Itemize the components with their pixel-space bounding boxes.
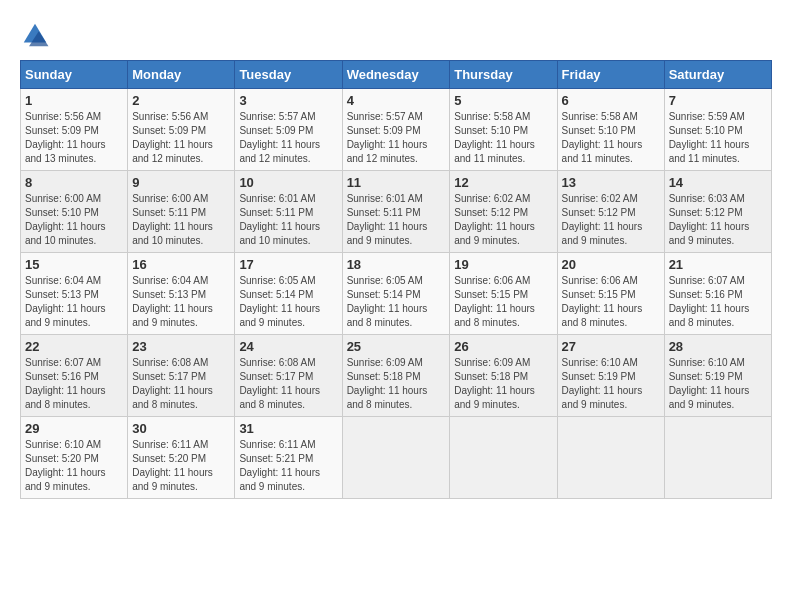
day-number: 18: [347, 257, 446, 272]
day-number: 16: [132, 257, 230, 272]
calendar-cell: 2 Sunrise: 5:56 AMSunset: 5:09 PMDayligh…: [128, 89, 235, 171]
col-header-tuesday: Tuesday: [235, 61, 342, 89]
calendar-cell: 17 Sunrise: 6:05 AMSunset: 5:14 PMDaylig…: [235, 253, 342, 335]
day-number: 31: [239, 421, 337, 436]
day-detail: Sunrise: 6:10 AMSunset: 5:20 PMDaylight:…: [25, 439, 106, 492]
calendar-cell: 24 Sunrise: 6:08 AMSunset: 5:17 PMDaylig…: [235, 335, 342, 417]
day-detail: Sunrise: 6:04 AMSunset: 5:13 PMDaylight:…: [132, 275, 213, 328]
day-number: 4: [347, 93, 446, 108]
day-detail: Sunrise: 6:02 AMSunset: 5:12 PMDaylight:…: [562, 193, 643, 246]
col-header-wednesday: Wednesday: [342, 61, 450, 89]
calendar-week-1: 1 Sunrise: 5:56 AMSunset: 5:09 PMDayligh…: [21, 89, 772, 171]
calendar-cell: 18 Sunrise: 6:05 AMSunset: 5:14 PMDaylig…: [342, 253, 450, 335]
day-number: 23: [132, 339, 230, 354]
calendar-cell: [450, 417, 557, 499]
day-detail: Sunrise: 6:03 AMSunset: 5:12 PMDaylight:…: [669, 193, 750, 246]
calendar-week-5: 29 Sunrise: 6:10 AMSunset: 5:20 PMDaylig…: [21, 417, 772, 499]
calendar-cell: 7 Sunrise: 5:59 AMSunset: 5:10 PMDayligh…: [664, 89, 771, 171]
day-number: 5: [454, 93, 552, 108]
col-header-friday: Friday: [557, 61, 664, 89]
calendar-header-row: SundayMondayTuesdayWednesdayThursdayFrid…: [21, 61, 772, 89]
calendar-cell: 12 Sunrise: 6:02 AMSunset: 5:12 PMDaylig…: [450, 171, 557, 253]
day-number: 20: [562, 257, 660, 272]
calendar-cell: 16 Sunrise: 6:04 AMSunset: 5:13 PMDaylig…: [128, 253, 235, 335]
day-number: 3: [239, 93, 337, 108]
calendar-cell: 1 Sunrise: 5:56 AMSunset: 5:09 PMDayligh…: [21, 89, 128, 171]
calendar-cell: 15 Sunrise: 6:04 AMSunset: 5:13 PMDaylig…: [21, 253, 128, 335]
calendar-cell: 26 Sunrise: 6:09 AMSunset: 5:18 PMDaylig…: [450, 335, 557, 417]
calendar-cell: [342, 417, 450, 499]
day-number: 30: [132, 421, 230, 436]
day-detail: Sunrise: 6:10 AMSunset: 5:19 PMDaylight:…: [562, 357, 643, 410]
calendar-cell: 10 Sunrise: 6:01 AMSunset: 5:11 PMDaylig…: [235, 171, 342, 253]
calendar-cell: 9 Sunrise: 6:00 AMSunset: 5:11 PMDayligh…: [128, 171, 235, 253]
calendar-cell: 6 Sunrise: 5:58 AMSunset: 5:10 PMDayligh…: [557, 89, 664, 171]
calendar-cell: 13 Sunrise: 6:02 AMSunset: 5:12 PMDaylig…: [557, 171, 664, 253]
calendar-cell: 21 Sunrise: 6:07 AMSunset: 5:16 PMDaylig…: [664, 253, 771, 335]
day-detail: Sunrise: 6:11 AMSunset: 5:20 PMDaylight:…: [132, 439, 213, 492]
page-header: [20, 20, 772, 50]
day-detail: Sunrise: 6:05 AMSunset: 5:14 PMDaylight:…: [347, 275, 428, 328]
day-number: 2: [132, 93, 230, 108]
logo-icon: [20, 20, 50, 50]
day-detail: Sunrise: 6:05 AMSunset: 5:14 PMDaylight:…: [239, 275, 320, 328]
day-detail: Sunrise: 6:01 AMSunset: 5:11 PMDaylight:…: [239, 193, 320, 246]
calendar-cell: 20 Sunrise: 6:06 AMSunset: 5:15 PMDaylig…: [557, 253, 664, 335]
day-detail: Sunrise: 6:07 AMSunset: 5:16 PMDaylight:…: [25, 357, 106, 410]
calendar-cell: 11 Sunrise: 6:01 AMSunset: 5:11 PMDaylig…: [342, 171, 450, 253]
calendar-table: SundayMondayTuesdayWednesdayThursdayFrid…: [20, 60, 772, 499]
day-number: 15: [25, 257, 123, 272]
calendar-cell: [664, 417, 771, 499]
day-number: 6: [562, 93, 660, 108]
calendar-cell: 3 Sunrise: 5:57 AMSunset: 5:09 PMDayligh…: [235, 89, 342, 171]
day-detail: Sunrise: 6:11 AMSunset: 5:21 PMDaylight:…: [239, 439, 320, 492]
day-detail: Sunrise: 5:59 AMSunset: 5:10 PMDaylight:…: [669, 111, 750, 164]
day-number: 27: [562, 339, 660, 354]
calendar-cell: 25 Sunrise: 6:09 AMSunset: 5:18 PMDaylig…: [342, 335, 450, 417]
day-detail: Sunrise: 6:06 AMSunset: 5:15 PMDaylight:…: [454, 275, 535, 328]
calendar-cell: 4 Sunrise: 5:57 AMSunset: 5:09 PMDayligh…: [342, 89, 450, 171]
calendar-cell: 28 Sunrise: 6:10 AMSunset: 5:19 PMDaylig…: [664, 335, 771, 417]
day-detail: Sunrise: 6:09 AMSunset: 5:18 PMDaylight:…: [454, 357, 535, 410]
day-detail: Sunrise: 6:06 AMSunset: 5:15 PMDaylight:…: [562, 275, 643, 328]
day-number: 17: [239, 257, 337, 272]
day-number: 11: [347, 175, 446, 190]
calendar-cell: 19 Sunrise: 6:06 AMSunset: 5:15 PMDaylig…: [450, 253, 557, 335]
calendar-cell: 8 Sunrise: 6:00 AMSunset: 5:10 PMDayligh…: [21, 171, 128, 253]
calendar-cell: 31 Sunrise: 6:11 AMSunset: 5:21 PMDaylig…: [235, 417, 342, 499]
day-detail: Sunrise: 6:10 AMSunset: 5:19 PMDaylight:…: [669, 357, 750, 410]
col-header-thursday: Thursday: [450, 61, 557, 89]
calendar-week-2: 8 Sunrise: 6:00 AMSunset: 5:10 PMDayligh…: [21, 171, 772, 253]
calendar-cell: [557, 417, 664, 499]
day-number: 28: [669, 339, 767, 354]
day-detail: Sunrise: 6:02 AMSunset: 5:12 PMDaylight:…: [454, 193, 535, 246]
day-detail: Sunrise: 6:04 AMSunset: 5:13 PMDaylight:…: [25, 275, 106, 328]
day-number: 26: [454, 339, 552, 354]
calendar-cell: 23 Sunrise: 6:08 AMSunset: 5:17 PMDaylig…: [128, 335, 235, 417]
day-number: 8: [25, 175, 123, 190]
col-header-saturday: Saturday: [664, 61, 771, 89]
calendar-cell: 22 Sunrise: 6:07 AMSunset: 5:16 PMDaylig…: [21, 335, 128, 417]
day-number: 29: [25, 421, 123, 436]
day-number: 13: [562, 175, 660, 190]
day-detail: Sunrise: 6:00 AMSunset: 5:11 PMDaylight:…: [132, 193, 213, 246]
day-detail: Sunrise: 6:09 AMSunset: 5:18 PMDaylight:…: [347, 357, 428, 410]
day-detail: Sunrise: 6:08 AMSunset: 5:17 PMDaylight:…: [132, 357, 213, 410]
day-detail: Sunrise: 5:56 AMSunset: 5:09 PMDaylight:…: [25, 111, 106, 164]
calendar-cell: 5 Sunrise: 5:58 AMSunset: 5:10 PMDayligh…: [450, 89, 557, 171]
logo: [20, 20, 56, 50]
calendar-week-3: 15 Sunrise: 6:04 AMSunset: 5:13 PMDaylig…: [21, 253, 772, 335]
day-detail: Sunrise: 5:57 AMSunset: 5:09 PMDaylight:…: [347, 111, 428, 164]
calendar-cell: 14 Sunrise: 6:03 AMSunset: 5:12 PMDaylig…: [664, 171, 771, 253]
day-number: 24: [239, 339, 337, 354]
day-number: 9: [132, 175, 230, 190]
day-number: 25: [347, 339, 446, 354]
day-number: 10: [239, 175, 337, 190]
day-number: 1: [25, 93, 123, 108]
calendar-cell: 29 Sunrise: 6:10 AMSunset: 5:20 PMDaylig…: [21, 417, 128, 499]
calendar-week-4: 22 Sunrise: 6:07 AMSunset: 5:16 PMDaylig…: [21, 335, 772, 417]
day-detail: Sunrise: 6:00 AMSunset: 5:10 PMDaylight:…: [25, 193, 106, 246]
day-number: 14: [669, 175, 767, 190]
day-detail: Sunrise: 5:57 AMSunset: 5:09 PMDaylight:…: [239, 111, 320, 164]
day-detail: Sunrise: 6:07 AMSunset: 5:16 PMDaylight:…: [669, 275, 750, 328]
